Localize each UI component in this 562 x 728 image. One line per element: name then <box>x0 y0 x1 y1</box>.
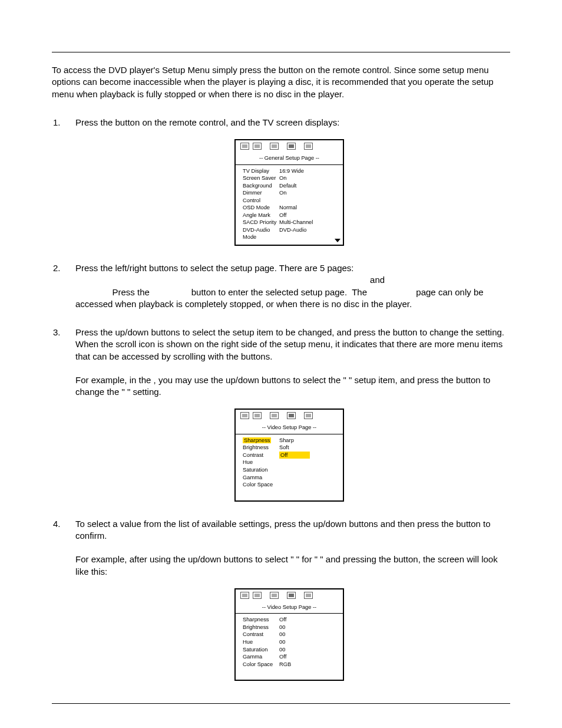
osd-key: Contrast <box>243 452 279 459</box>
osd-title: -- Video Setup Page -- <box>236 601 343 614</box>
osd-tab-icon <box>253 412 262 419</box>
osd-tab-icon <box>240 592 249 599</box>
osd-row: BackgroundDefault <box>243 182 336 190</box>
osd-key: Hue <box>243 459 279 466</box>
osd-key: Saturation <box>243 646 279 654</box>
osd-screenshot-general: -- General Setup Page -- TV Display16:9 … <box>234 139 344 246</box>
osd-key: Saturation <box>243 466 279 474</box>
osd-tab-icon <box>270 143 279 150</box>
osd-val: Off <box>279 212 336 219</box>
osd-key: Color Space <box>243 661 279 668</box>
osd-tab-icon <box>304 592 313 599</box>
osd-row: OSD ModeNormal <box>243 204 336 212</box>
osd-row: Saturation <box>243 466 336 474</box>
osd-row: Saturation00 <box>243 646 336 654</box>
step-body: Press the up/down buttons to select the … <box>75 327 510 363</box>
osd-row: SACD PriorityMulti-Channel <box>243 219 336 226</box>
osd-tab-icon <box>287 143 296 150</box>
osd-tab-icon <box>270 412 279 419</box>
osd-val: Multi-Channel <box>279 219 336 226</box>
osd-tab-icon <box>240 412 249 419</box>
osd-val: DVD-Audio <box>279 226 336 241</box>
step-item: 4. To select a value from the list of av… <box>68 518 510 681</box>
step-body: For example, in the , you may use the up… <box>75 374 510 398</box>
osd-val: Soft <box>279 444 336 452</box>
osd-key: SACD Priority <box>243 219 279 226</box>
osd-val: Off <box>279 452 336 459</box>
osd-val: On <box>279 174 336 182</box>
step-body: For example, after using the up/down but… <box>75 554 510 578</box>
osd-icon-row <box>236 140 343 152</box>
osd-val: Normal <box>279 204 336 212</box>
intro-paragraph: To access the DVD player's Setup Menu si… <box>52 64 510 100</box>
osd-tab-icon <box>287 412 296 419</box>
osd-key: Hue <box>243 638 279 646</box>
osd-row: Dimmer ControlOn <box>243 189 336 204</box>
step-number: 1. <box>53 117 61 129</box>
step-number: 3. <box>53 327 61 338</box>
osd-row: Contrast00 <box>243 631 336 638</box>
osd-tab-icon <box>304 412 313 419</box>
osd-row: SharpnessSharp <box>243 437 336 444</box>
osd-tab-icon <box>253 592 262 599</box>
osd-tab-icon <box>270 592 279 599</box>
step-line: Press the button to enter the selected s… <box>75 287 486 309</box>
osd-val: 16:9 Wide <box>279 167 336 175</box>
document-page: To access the DVD player's Setup Menu si… <box>0 0 562 728</box>
top-rule <box>52 52 510 52</box>
osd-row: BrightnessSoft <box>243 444 336 452</box>
bottom-rule <box>52 703 510 704</box>
osd-val: Sharp <box>279 437 336 444</box>
osd-tab-icon <box>304 143 313 150</box>
step-item: 3. Press the up/down buttons to select t… <box>68 327 510 502</box>
osd-key: Color Space <box>243 481 279 489</box>
osd-tab-icon <box>240 143 249 150</box>
step-item: 2. Press the left/right buttons to selec… <box>68 262 510 310</box>
osd-body: SharpnessOff Brightness00 Contrast00 Hue… <box>236 614 343 680</box>
osd-key: Contrast <box>243 631 279 638</box>
osd-row: GammaOff <box>243 653 336 661</box>
osd-tab-icon <box>287 592 296 599</box>
osd-val: Default <box>279 182 336 190</box>
osd-val: 00 <box>279 646 336 654</box>
osd-row: Angle MarkOff <box>243 212 336 219</box>
step-number: 2. <box>53 262 61 274</box>
osd-key: Gamma <box>243 474 279 482</box>
step-body: Press the left/right buttons to select t… <box>75 262 510 310</box>
osd-screenshot-video-result: -- Video Setup Page -- SharpnessOff Brig… <box>234 588 344 681</box>
osd-val: Off <box>279 616 336 624</box>
osd-val: 00 <box>279 624 336 631</box>
osd-key: Angle Mark <box>243 212 279 219</box>
osd-key: Screen Saver <box>243 174 279 182</box>
step-item: 1. Press the button on the remote contro… <box>68 117 510 246</box>
osd-row: Screen SaverOn <box>243 174 336 182</box>
osd-val: 00 <box>279 638 336 646</box>
step-line: Press the left/right buttons to select t… <box>75 263 354 273</box>
osd-key: Brightness <box>243 624 279 631</box>
osd-val: Off <box>279 653 336 661</box>
osd-row: ContrastOff <box>243 452 336 459</box>
osd-row: TV Display16:9 Wide <box>243 167 336 175</box>
osd-row: Color Space <box>243 481 336 489</box>
osd-body: SharpnessSharp BrightnessSoft ContrastOf… <box>236 434 343 500</box>
step-body: Press the button on the remote control, … <box>75 117 510 129</box>
osd-row: Hue00 <box>243 638 336 646</box>
osd-val: RGB <box>279 661 336 668</box>
scroll-down-icon <box>335 239 340 242</box>
osd-body: TV Display16:9 Wide Screen SaverOn Backg… <box>236 165 343 245</box>
osd-row: Gamma <box>243 474 336 482</box>
osd-row: Brightness00 <box>243 624 336 631</box>
osd-key: Dimmer Control <box>243 189 279 204</box>
osd-key: OSD Mode <box>243 204 279 212</box>
osd-val <box>279 466 336 474</box>
osd-key: Brightness <box>243 444 279 452</box>
step-body: To select a value from the list of avail… <box>75 518 510 542</box>
step-line: and <box>75 275 385 285</box>
osd-key: DVD-Audio Mode <box>243 226 279 241</box>
osd-row: SharpnessOff <box>243 616 336 624</box>
osd-val: On <box>279 189 336 204</box>
steps-list: 1. Press the button on the remote contro… <box>52 117 510 681</box>
osd-key: Sharpness <box>243 437 279 444</box>
osd-tab-icon <box>253 143 262 150</box>
osd-val <box>279 474 336 482</box>
